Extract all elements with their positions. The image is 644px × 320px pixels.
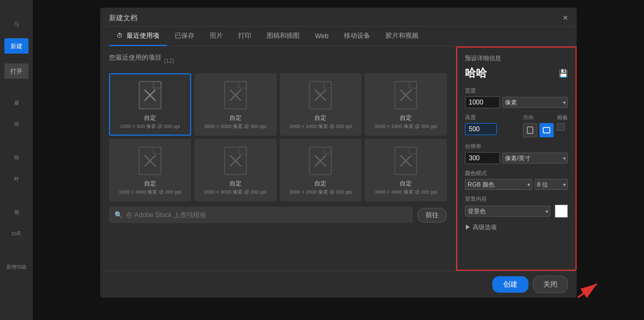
goto-button[interactable]: 前往 <box>417 208 447 223</box>
panel-label: 画板 <box>557 114 568 121</box>
colordepth-select[interactable]: 8 位 16 位 32 位 <box>534 179 568 190</box>
template-name-1: 自定 <box>144 114 156 122</box>
tab-artboard[interactable]: 图稿和插图 <box>259 27 307 46</box>
portrait-button[interactable] <box>523 123 537 137</box>
template-item-8[interactable]: 自定 3000 × 3000 像素 @ 300 ppi <box>365 139 447 201</box>
open-button[interactable]: 打开 <box>4 63 28 79</box>
template-desc-8: 3000 × 3000 像素 @ 300 ppi <box>375 189 437 196</box>
sidebar-sort-label: 排 <box>14 121 19 128</box>
modal-body: 您最近使用的项目 (12) <box>100 46 577 271</box>
preset-panel: 预设详细信息 哈哈 💾 宽度 像素 英寸 厘米 <box>456 46 577 271</box>
template-name-8: 自定 <box>400 179 412 188</box>
colordepth-select-wrap: 8 位 16 位 32 位 <box>534 179 568 190</box>
template-icon-3 <box>307 79 334 112</box>
modal-header: 新建文档 × <box>100 8 577 27</box>
colormode-select-wrap: RGB 颜色 CMYK 颜色 灰度 <box>465 179 532 190</box>
modal-close-button[interactable]: × <box>563 14 568 22</box>
tab-mobile-label: 移动设备 <box>344 32 370 39</box>
background-group: 背景内容 背景色 白色 透明 <box>465 195 568 218</box>
new-document-modal: 新建文档 × ⏱ 最近使用项 已保存 照片 打印 图稿和插图 Web <box>100 8 577 298</box>
sidebar-new-features-label[interactable]: 新增功能 <box>7 264 26 271</box>
width-label: 宽度 <box>465 87 568 95</box>
tab-recent-label: 最近使用项 <box>127 32 159 39</box>
template-icon-5 <box>136 144 164 177</box>
sidebar-recent-label: 最 <box>14 100 19 107</box>
close-button[interactable]: 关闭 <box>533 276 568 293</box>
template-item-2[interactable]: 自定 3000 × 3000 像素 @ 300 ppi <box>194 73 277 136</box>
template-name-5: 自定 <box>144 179 156 188</box>
tab-recent[interactable]: ⏱ 最近使用项 <box>109 27 167 46</box>
template-item-3[interactable]: 自定 3000 × 1000 像素 @ 300 ppi <box>280 73 362 136</box>
sidebar: 习 新建 打开 最 排 快 昨 锁 10天 新增功能 <box>0 0 33 320</box>
landscape-button[interactable] <box>539 123 554 137</box>
background-color-swatch[interactable] <box>555 205 568 218</box>
tab-film-label: 胶片和视频 <box>386 32 418 39</box>
advanced-chevron-icon: ▶ <box>465 224 473 230</box>
template-item-4[interactable]: 自定 3000 × 1000 像素 @ 300 ppi <box>365 73 447 136</box>
width-row: 像素 英寸 厘米 <box>465 96 568 108</box>
template-item-7[interactable]: 自定 3000 × 2000 像素 @ 300 ppi <box>280 139 362 201</box>
template-desc-7: 3000 × 2000 像素 @ 300 ppi <box>289 189 352 196</box>
search-bar: 🔍 前往 <box>109 207 447 223</box>
sidebar-learn-label: 习 <box>14 21 19 28</box>
preset-name-row: 哈哈 💾 <box>465 66 568 80</box>
recent-label: 您最近使用的项目 <box>109 53 162 62</box>
template-icon-1 <box>136 79 164 112</box>
background-row: 背景色 白色 透明 <box>465 205 568 218</box>
template-desc-3: 3000 × 1000 像素 @ 300 ppi <box>289 123 352 130</box>
arrow-indicator <box>575 278 597 300</box>
tab-mobile[interactable]: 移动设备 <box>336 27 378 46</box>
template-item-6[interactable]: 自定 2000 × 3000 像素 @ 300 ppi <box>194 139 277 201</box>
sidebar-10days-label: 10天 <box>11 230 21 237</box>
background-select[interactable]: 背景色 白色 透明 <box>465 206 550 217</box>
orientation-label: 方向 <box>523 114 554 121</box>
modal-title: 新建文档 <box>109 13 137 23</box>
template-item-5[interactable]: 自定 1000 × 3000 像素 @ 300 ppi <box>109 139 191 201</box>
svg-rect-32 <box>527 127 533 133</box>
template-desc-1: 1000 × 500 像素 @ 300 ppi <box>120 123 180 130</box>
tab-artboard-label: 图稿和插图 <box>267 32 300 39</box>
orientation-buttons <box>523 123 554 137</box>
template-item-1[interactable]: 自定 1000 × 500 像素 @ 300 ppi <box>109 73 191 136</box>
tab-film[interactable]: 胶片和视频 <box>378 27 426 46</box>
search-input[interactable] <box>126 211 407 219</box>
tab-photo-label: 照片 <box>210 32 223 39</box>
template-name-2: 自定 <box>229 114 242 122</box>
height-orientation-group: 高度 方向 <box>465 114 568 137</box>
resolution-unit-select-wrap: 像素/英寸 像素/厘米 <box>502 153 568 164</box>
tab-web[interactable]: Web <box>307 28 336 45</box>
advanced-options-link[interactable]: ▶ 高级选项 <box>465 223 568 231</box>
modal-footer: 创建 关闭 <box>100 271 577 298</box>
panel-checkbox[interactable] <box>557 123 565 131</box>
template-desc-6: 2000 × 3000 像素 @ 300 ppi <box>204 189 266 196</box>
sidebar-quick-label: 快 <box>14 154 19 161</box>
recent-icon: ⏱ <box>117 32 123 39</box>
tab-saved[interactable]: 已保存 <box>167 27 202 46</box>
width-input[interactable] <box>465 96 500 108</box>
search-input-wrap: 🔍 <box>109 207 413 223</box>
tab-print[interactable]: 打印 <box>231 27 259 46</box>
template-name-6: 自定 <box>229 179 242 188</box>
tab-web-label: Web <box>315 32 328 40</box>
background-label: 背景内容 <box>465 195 568 203</box>
tab-photo[interactable]: 照片 <box>202 27 231 46</box>
recent-panel: 您最近使用的项目 (12) <box>100 46 456 271</box>
preset-section-title: 预设详细信息 <box>465 54 568 62</box>
template-desc-4: 3000 × 1000 像素 @ 300 ppi <box>375 123 437 130</box>
resolution-label: 分辨率 <box>465 143 568 150</box>
template-desc-5: 1000 × 3000 像素 @ 300 ppi <box>119 189 181 196</box>
preset-save-icon[interactable]: 💾 <box>559 69 568 78</box>
template-desc-2: 3000 × 3000 像素 @ 300 ppi <box>204 123 266 130</box>
sidebar-lock-label: 锁 <box>14 209 19 216</box>
new-button[interactable]: 新建 <box>4 38 28 54</box>
width-unit-select[interactable]: 像素 英寸 厘米 <box>502 97 568 108</box>
resolution-input[interactable] <box>465 152 500 164</box>
search-icon: 🔍 <box>114 211 123 219</box>
height-input[interactable] <box>465 123 497 135</box>
resolution-unit-select[interactable]: 像素/英寸 像素/厘米 <box>502 153 568 164</box>
height-label: 高度 <box>465 114 520 121</box>
colormode-label: 颜色模式 <box>465 170 568 177</box>
colormode-select[interactable]: RGB 颜色 CMYK 颜色 灰度 <box>465 179 532 190</box>
create-button[interactable]: 创建 <box>492 276 528 293</box>
svg-rect-33 <box>543 127 550 133</box>
